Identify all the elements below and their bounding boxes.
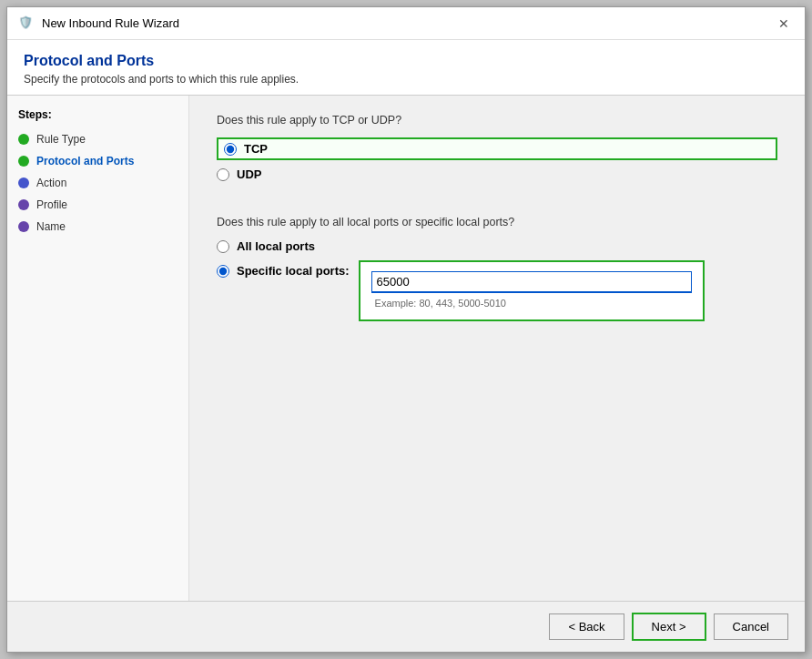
sidebar-label-action: Action	[36, 177, 66, 189]
tcp-label[interactable]: TCP	[244, 142, 268, 156]
next-button[interactable]: Next >	[632, 613, 706, 641]
sidebar: Steps: Rule Type Protocol and Ports Acti…	[7, 96, 189, 601]
sidebar-label-profile: Profile	[36, 198, 67, 211]
dot-action	[18, 177, 29, 188]
all-ports-radio[interactable]	[217, 240, 229, 253]
window-title: New Inbound Rule Wizard	[42, 16, 179, 30]
window-icon: 🛡️	[18, 15, 35, 32]
ports-hint: Example: 80, 443, 5000-5010	[371, 296, 692, 310]
sidebar-label-name: Name	[36, 220, 66, 233]
tcp-radio[interactable]	[224, 143, 237, 156]
specific-ports-label[interactable]: Specific local ports:	[237, 264, 350, 278]
ports-input-box: Example: 80, 443, 5000-5010	[359, 260, 705, 321]
specific-ports-option: Specific local ports:	[217, 260, 350, 278]
sidebar-item-protocol[interactable]: Protocol and Ports	[7, 150, 188, 172]
title-bar-left: 🛡️ New Inbound Rule Wizard	[18, 15, 179, 32]
footer: < Back Next > Cancel	[7, 601, 805, 652]
dot-profile	[18, 199, 29, 210]
content-area: Steps: Rule Type Protocol and Ports Acti…	[7, 96, 805, 601]
sidebar-label-rule-type: Rule Type	[36, 133, 86, 146]
main-content: Does this rule apply to TCP or UDP? TCP …	[189, 96, 805, 601]
cancel-button[interactable]: Cancel	[714, 613, 788, 640]
ports-input[interactable]	[371, 271, 692, 293]
sidebar-label-protocol: Protocol and Ports	[36, 155, 134, 167]
wizard-window: 🛡️ New Inbound Rule Wizard ✕ Protocol an…	[6, 6, 806, 653]
sidebar-item-rule-type[interactable]: Rule Type	[7, 128, 188, 150]
dot-protocol	[18, 156, 29, 167]
close-button[interactable]: ✕	[774, 14, 794, 34]
back-button[interactable]: < Back	[549, 613, 624, 640]
dot-rule-type	[18, 134, 29, 145]
udp-label[interactable]: UDP	[237, 167, 261, 181]
ports-radio-group: All local ports Specific local ports: Ex…	[217, 239, 777, 321]
specific-ports-row: Specific local ports: Example: 80, 443, …	[217, 260, 777, 321]
tcp-option-box: TCP	[217, 137, 777, 160]
steps-label: Steps:	[7, 108, 188, 128]
udp-radio-option: UDP	[217, 167, 777, 181]
sidebar-item-profile[interactable]: Profile	[7, 194, 188, 216]
sidebar-item-action[interactable]: Action	[7, 172, 188, 194]
tcp-radio-option: TCP	[224, 142, 268, 156]
protocol-radio-group: TCP UDP	[217, 137, 777, 181]
header-section: Protocol and Ports Specify the protocols…	[7, 40, 805, 96]
specific-ports-radio[interactable]	[217, 265, 229, 278]
all-ports-option: All local ports	[217, 239, 777, 253]
page-title: Protocol and Ports	[24, 53, 788, 69]
title-bar: 🛡️ New Inbound Rule Wizard ✕	[7, 7, 805, 40]
dot-name	[18, 221, 29, 232]
ports-question: Does this rule apply to all local ports …	[217, 216, 777, 228]
sidebar-item-name[interactable]: Name	[7, 216, 188, 238]
protocol-question: Does this rule apply to TCP or UDP?	[217, 114, 777, 127]
udp-radio[interactable]	[217, 168, 229, 181]
page-description: Specify the protocols and ports to which…	[24, 73, 788, 86]
all-ports-label[interactable]: All local ports	[237, 239, 315, 253]
